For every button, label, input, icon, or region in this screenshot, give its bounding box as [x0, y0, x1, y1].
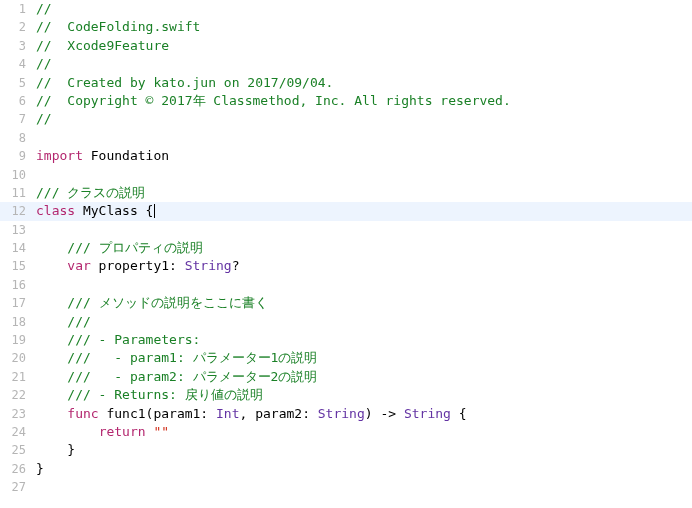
text-cursor: [154, 204, 155, 218]
code-line[interactable]: 24 return "": [0, 423, 692, 441]
token-comment: // Copyright © 2017年 Classmethod, Inc. A…: [36, 93, 511, 108]
token-ident: [36, 442, 67, 457]
code-content[interactable]: // Xcode9Feature: [36, 37, 692, 55]
token-ident: [36, 350, 67, 365]
token-ident: Foundation: [83, 148, 169, 163]
token-punct: }: [67, 442, 75, 457]
line-number: 17: [0, 294, 36, 312]
code-line[interactable]: 23 func func1(param1: Int, param2: Strin…: [0, 405, 692, 423]
token-ident: , param2:: [240, 406, 318, 421]
code-line[interactable]: 9import Foundation: [0, 147, 692, 165]
line-number: 27: [0, 478, 36, 496]
code-content[interactable]: }: [36, 460, 692, 478]
line-number: 11: [0, 184, 36, 202]
code-content[interactable]: /// - param2: パラメーター2の説明: [36, 368, 692, 386]
code-content[interactable]: /// メソッドの説明をここに書く: [36, 294, 692, 312]
code-content[interactable]: /// - Returns: 戻り値の説明: [36, 386, 692, 404]
code-content[interactable]: /// - Parameters:: [36, 331, 692, 349]
code-content[interactable]: }: [36, 441, 692, 459]
token-keyword: class: [36, 203, 75, 218]
code-line[interactable]: 2// CodeFolding.swift: [0, 18, 692, 36]
code-line[interactable]: 7//: [0, 110, 692, 128]
token-comment: //: [36, 111, 52, 126]
line-number: 13: [0, 221, 36, 239]
code-line[interactable]: 3// Xcode9Feature: [0, 37, 692, 55]
token-ident: [36, 406, 67, 421]
code-line[interactable]: 22 /// - Returns: 戻り値の説明: [0, 386, 692, 404]
code-line[interactable]: 16: [0, 276, 692, 294]
code-line[interactable]: 19 /// - Parameters:: [0, 331, 692, 349]
code-line[interactable]: 8: [0, 129, 692, 147]
token-comment: //: [36, 1, 52, 16]
token-ident: [36, 387, 67, 402]
code-line[interactable]: 10: [0, 166, 692, 184]
line-number: 18: [0, 313, 36, 331]
code-content[interactable]: // Created by kato.jun on 2017/09/04.: [36, 74, 692, 92]
line-number: 20: [0, 349, 36, 367]
code-line[interactable]: 6// Copyright © 2017年 Classmethod, Inc. …: [0, 92, 692, 110]
code-content[interactable]: //: [36, 55, 692, 73]
code-line[interactable]: 15 var property1: String?: [0, 257, 692, 275]
code-line[interactable]: 26}: [0, 460, 692, 478]
code-editor[interactable]: 1//2// CodeFolding.swift3// Xcode9Featur…: [0, 0, 692, 497]
line-number: 4: [0, 55, 36, 73]
line-number: 5: [0, 74, 36, 92]
token-comment: /// - Returns: 戻り値の説明: [67, 387, 262, 402]
code-content[interactable]: func func1(param1: Int, param2: String) …: [36, 405, 692, 423]
code-line[interactable]: 11/// クラスの説明: [0, 184, 692, 202]
token-comment: /// メソッドの説明をここに書く: [67, 295, 267, 310]
token-comment: /// - param2: パラメーター2の説明: [67, 369, 317, 384]
token-ident: MyClass: [75, 203, 145, 218]
code-line[interactable]: 25 }: [0, 441, 692, 459]
line-number: 10: [0, 166, 36, 184]
token-ident: [36, 240, 67, 255]
code-content[interactable]: // CodeFolding.swift: [36, 18, 692, 36]
token-ident: [36, 258, 67, 273]
code-line[interactable]: 4//: [0, 55, 692, 73]
line-number: 9: [0, 147, 36, 165]
line-number: 23: [0, 405, 36, 423]
code-line[interactable]: 1//: [0, 0, 692, 18]
code-line[interactable]: 5// Created by kato.jun on 2017/09/04.: [0, 74, 692, 92]
code-content[interactable]: //: [36, 0, 692, 18]
code-content[interactable]: var property1: String?: [36, 257, 692, 275]
code-line[interactable]: 20 /// - param1: パラメーター1の説明: [0, 349, 692, 367]
line-number: 22: [0, 386, 36, 404]
token-ident: [451, 406, 459, 421]
code-content[interactable]: ///: [36, 313, 692, 331]
line-number: 3: [0, 37, 36, 55]
line-number: 24: [0, 423, 36, 441]
code-content[interactable]: // Copyright © 2017年 Classmethod, Inc. A…: [36, 92, 692, 110]
line-number: 26: [0, 460, 36, 478]
code-content[interactable]: //: [36, 110, 692, 128]
code-content[interactable]: return "": [36, 423, 692, 441]
code-line[interactable]: 21 /// - param2: パラメーター2の説明: [0, 368, 692, 386]
token-string: "": [153, 424, 169, 439]
line-number: 25: [0, 441, 36, 459]
line-number: 14: [0, 239, 36, 257]
line-number: 12: [0, 202, 36, 220]
token-ident: [36, 369, 67, 384]
code-line[interactable]: 17 /// メソッドの説明をここに書く: [0, 294, 692, 312]
token-comment: /// プロパティの説明: [67, 240, 202, 255]
code-content[interactable]: /// クラスの説明: [36, 184, 692, 202]
code-content[interactable]: /// プロパティの説明: [36, 239, 692, 257]
line-number: 21: [0, 368, 36, 386]
token-punct: {: [146, 203, 154, 218]
code-line[interactable]: 18 ///: [0, 313, 692, 331]
code-content[interactable]: class MyClass {: [36, 202, 692, 220]
code-line[interactable]: 27: [0, 478, 692, 496]
code-content[interactable]: /// - param1: パラメーター1の説明: [36, 349, 692, 367]
code-line[interactable]: 13: [0, 221, 692, 239]
token-punct: ?: [232, 258, 240, 273]
code-line[interactable]: 12class MyClass {: [0, 202, 692, 220]
token-ident: [36, 295, 67, 310]
token-ident: property1:: [91, 258, 185, 273]
code-line[interactable]: 14 /// プロパティの説明: [0, 239, 692, 257]
token-ident: [36, 314, 67, 329]
code-content[interactable]: import Foundation: [36, 147, 692, 165]
token-ident: ) ->: [365, 406, 404, 421]
line-number: 16: [0, 276, 36, 294]
line-number: 8: [0, 129, 36, 147]
token-keyword: return: [99, 424, 146, 439]
